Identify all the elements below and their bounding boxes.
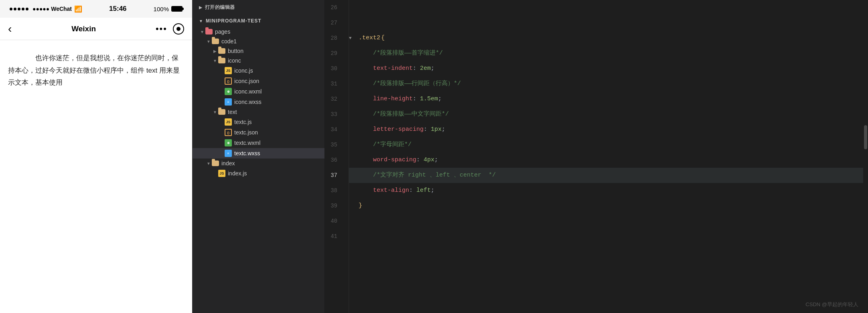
text-label: text bbox=[228, 109, 237, 115]
semi-34: ; bbox=[442, 122, 445, 137]
phone-content: 也许你迷茫，但是我想说，在你迷茫的同时，保持本心，过好今天就好在微信小程序中，组… bbox=[0, 40, 192, 313]
val-2em: 2em bbox=[420, 61, 431, 76]
tree-item-button[interactable]: ▶ button bbox=[193, 46, 324, 56]
project-arrow: ▼ bbox=[199, 19, 203, 23]
line-num-31: 31 bbox=[325, 76, 342, 91]
carrier-label: ●●●●● WeChat bbox=[32, 6, 72, 12]
camera-button[interactable] bbox=[173, 23, 184, 35]
code-line-33: /*段落排版——中文字间距*/ bbox=[349, 107, 868, 122]
open-editors-section[interactable]: ▶ 打开的编辑器 bbox=[193, 0, 324, 15]
project-name: MINIPROGRAM-TEST bbox=[206, 18, 262, 24]
pages-arrow: ▼ bbox=[199, 30, 205, 34]
open-editors-arrow: ▶ bbox=[199, 5, 203, 10]
button-folder-icon bbox=[218, 48, 225, 54]
tree-item-index-js[interactable]: JS index.js bbox=[193, 168, 324, 179]
line-num-29: 29 bbox=[325, 46, 342, 61]
tree-item-index[interactable]: ▼ index bbox=[193, 159, 324, 168]
iconc-json-label: iconc.json bbox=[234, 78, 259, 84]
button-arrow: ▶ bbox=[212, 49, 218, 53]
code1-arrow: ▼ bbox=[205, 39, 212, 44]
tree-item-textc-json[interactable]: {} textc.json bbox=[193, 127, 324, 138]
phone-panel: ●●●●● WeChat 📶 15:46 100% ‹ Weixin ••• 也… bbox=[0, 0, 193, 313]
line-num-41: 41 bbox=[325, 229, 342, 244]
prop-word-spacing: word-spacing bbox=[359, 152, 416, 168]
index-arrow: ▼ bbox=[205, 161, 212, 166]
scrollbar-thumb bbox=[864, 125, 867, 149]
textc-json-icon: {} bbox=[225, 129, 232, 136]
scrollbar[interactable] bbox=[863, 0, 868, 313]
index-js-icon: JS bbox=[218, 170, 225, 177]
code-line-38: text-align : left ; bbox=[349, 183, 868, 198]
line-num-37: 37 bbox=[325, 168, 342, 183]
code-area: 26 27 28 29 30 31 32 33 34 35 36 37 38 3… bbox=[325, 0, 868, 313]
line-num-32: 32 bbox=[325, 91, 342, 107]
code-line-37: /*文字对齐 right 、left 、center */ bbox=[349, 168, 868, 183]
textc-json-label: textc.json bbox=[234, 129, 258, 136]
tree-item-iconc-wxml[interactable]: ⊕ iconc.wxml bbox=[193, 86, 324, 97]
status-left: ●●●●● WeChat 📶 bbox=[10, 5, 82, 13]
file-tree: ▼ pages ▼ code1 ▶ button ▼ iconc JS icon… bbox=[193, 27, 324, 313]
prop-line-height: line-height bbox=[359, 91, 413, 107]
tree-item-textc-wxss[interactable]: ≡ textc.wxss bbox=[193, 148, 324, 159]
line-num-39: 39 bbox=[325, 198, 342, 213]
line-num-34: 34 bbox=[325, 122, 342, 137]
line-num-27: 27 bbox=[325, 15, 342, 30]
val-15em: 1.5em bbox=[420, 91, 438, 107]
line-num-30: 30 bbox=[325, 61, 342, 76]
back-button[interactable]: ‹ bbox=[8, 22, 12, 35]
tree-item-code1[interactable]: ▼ code1 bbox=[193, 37, 324, 46]
iconc-wxml-label: iconc.wxml bbox=[234, 88, 262, 95]
textc-wxml-label: textc.wxml bbox=[234, 140, 260, 146]
code-line-35: /*字母间距*/ bbox=[349, 137, 868, 152]
brace-close-39: } bbox=[359, 198, 362, 213]
iconc-folder-icon bbox=[218, 58, 225, 63]
tree-item-pages[interactable]: ▼ pages bbox=[193, 27, 324, 37]
textc-wxss-icon: ≡ bbox=[225, 150, 232, 157]
index-folder-icon bbox=[212, 161, 219, 166]
iconc-json-icon: {} bbox=[225, 77, 232, 85]
code1-folder-icon bbox=[212, 39, 219, 44]
semi-30: ; bbox=[431, 61, 434, 76]
line-num-35: 35 bbox=[325, 137, 342, 152]
iconc-arrow: ▼ bbox=[212, 59, 218, 63]
comment-31: /*段落排版——行间距（行高）*/ bbox=[359, 76, 461, 91]
iconc-wxml-icon: ⊕ bbox=[225, 88, 232, 95]
iconc-wxss-icon: ≡ bbox=[225, 98, 232, 106]
semi-38: ; bbox=[431, 183, 434, 198]
textc-js-icon: JS bbox=[225, 118, 232, 126]
line-num-33: 33 bbox=[325, 107, 342, 122]
more-button[interactable]: ••• bbox=[156, 24, 167, 34]
line-num-40: 40 bbox=[325, 213, 342, 229]
tree-item-textc-js[interactable]: JS textc.js bbox=[193, 117, 324, 127]
code-line-26 bbox=[349, 0, 868, 15]
status-right: 100% bbox=[154, 6, 183, 12]
line-num-26: 26 bbox=[325, 0, 342, 15]
line-numbers: 26 27 28 29 30 31 32 33 34 35 36 37 38 3… bbox=[325, 0, 349, 313]
comment-37: /*文字对齐 right 、left 、center */ bbox=[359, 168, 496, 183]
nav-bar: ‹ Weixin ••• bbox=[0, 18, 192, 40]
tree-item-textc-wxml[interactable]: ⊕ textc.wxml bbox=[193, 138, 324, 148]
tree-item-iconc[interactable]: ▼ iconc bbox=[193, 56, 324, 65]
code-line-36: word-spacing : 4px ; bbox=[349, 152, 868, 168]
nav-title: Weixin bbox=[71, 24, 96, 33]
iconc-label: iconc bbox=[228, 57, 241, 64]
code-line-34: letter-spacing : 1px ; bbox=[349, 122, 868, 137]
colon-30: : bbox=[413, 61, 420, 76]
colon-38: : bbox=[409, 183, 416, 198]
tree-item-iconc-json[interactable]: {} iconc.json bbox=[193, 76, 324, 86]
code-line-32: line-height : 1.5em ; bbox=[349, 91, 868, 107]
tree-item-text[interactable]: ▼ text bbox=[193, 107, 324, 117]
tree-item-iconc-js[interactable]: JS iconc.js bbox=[193, 65, 324, 76]
line-num-28: 28 bbox=[325, 30, 342, 46]
collapse-icon-28[interactable]: ▼ bbox=[349, 30, 352, 46]
open-editors-label: 打开的编辑器 bbox=[205, 4, 235, 11]
tree-item-iconc-wxss[interactable]: ≡ iconc.wxss bbox=[193, 97, 324, 107]
code-line-28: ▼ .text2 { bbox=[349, 30, 868, 46]
colon-34: : bbox=[424, 122, 431, 137]
watermark: CSDN @早起的年轻人 bbox=[805, 301, 858, 308]
code-editor: 26 27 28 29 30 31 32 33 34 35 36 37 38 3… bbox=[325, 0, 868, 313]
comment-29: /*段落排版——首字缩进*/ bbox=[359, 46, 443, 61]
project-header[interactable]: ▼ MINIPROGRAM-TEST bbox=[193, 15, 324, 27]
textc-wxml-icon: ⊕ bbox=[225, 139, 232, 146]
code1-label: code1 bbox=[221, 38, 237, 45]
